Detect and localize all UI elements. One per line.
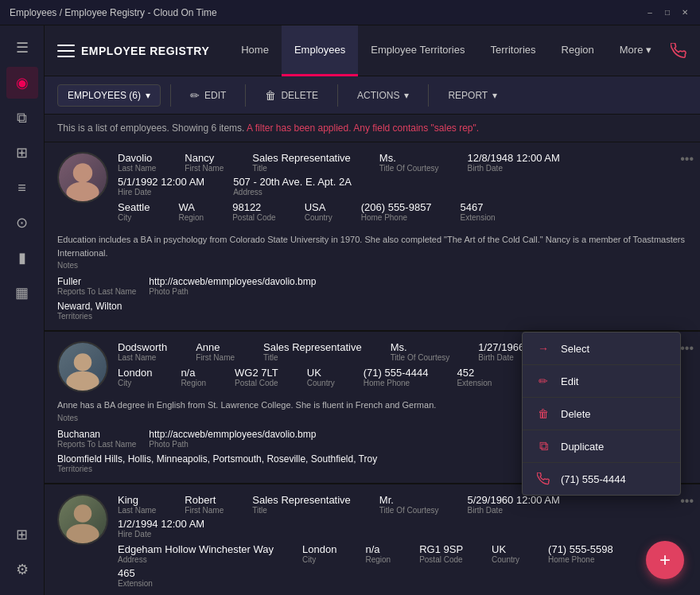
- sidebar-icon-list[interactable]: ≡: [6, 172, 38, 204]
- field-hiredate: 1/2/1994 12:00 AM Hire Date: [118, 518, 204, 539]
- top-nav: EMPLOYEE REGISTRY Home Employees Employe…: [45, 25, 700, 76]
- field-postal: WG2 7LT Postal Code: [235, 367, 278, 387]
- delete-icon: 🗑: [535, 406, 551, 422]
- field-lastname: Davolio Last Name: [118, 152, 156, 173]
- svg-point-4: [73, 163, 92, 182]
- svg-point-7: [66, 371, 99, 392]
- field-postal: 98122 Postal Code: [232, 201, 275, 222]
- field-firstname: Nancy First Name: [185, 152, 224, 173]
- field-hiredate: 5/1/1992 12:00 AM Hire Date: [118, 176, 204, 196]
- more-options-icon[interactable]: •••: [680, 152, 694, 166]
- report-chevron: ▾: [492, 90, 497, 101]
- field-lastname: Dodsworth Last Name: [118, 341, 167, 362]
- edit-button[interactable]: ✏ EDIT: [181, 84, 235, 107]
- field-phone: (206) 555-9857 Home Phone: [361, 201, 432, 222]
- phone-icon-button[interactable]: [664, 37, 693, 65]
- field-country: UK Country: [307, 367, 335, 387]
- toolbar-divider-3: [337, 84, 338, 107]
- context-menu-edit[interactable]: ✏ Edit: [523, 365, 680, 398]
- avatar-placeholder: [59, 154, 107, 201]
- svg-point-9: [66, 523, 99, 544]
- employees-count-chevron: ▾: [146, 90, 150, 101]
- employee-card: Davolio Last Name Nancy First Name Sales…: [45, 142, 700, 332]
- close-button[interactable]: ✕: [679, 7, 690, 18]
- nav-territories[interactable]: Territories: [478, 25, 549, 76]
- delete-button[interactable]: 🗑 DELETE: [255, 84, 328, 107]
- maximize-button[interactable]: □: [662, 7, 673, 18]
- employee-avatar: [57, 341, 108, 392]
- nav-region[interactable]: Region: [549, 25, 607, 76]
- field-birthdate: 12/8/1948 12:00 AM Birth Date: [468, 152, 560, 173]
- sidebar-icon-chart[interactable]: ▮: [6, 242, 38, 274]
- field-photo-path: http://accweb/emmployees/davolio.bmp Pho…: [149, 276, 316, 296]
- delete-label: DELETE: [281, 90, 318, 101]
- employees-count-label: EMPLOYEES (6): [68, 90, 141, 101]
- hamburger-menu[interactable]: [57, 37, 75, 65]
- toolbar-divider-1: [170, 84, 171, 107]
- svg-point-6: [74, 353, 92, 371]
- nav-more[interactable]: More ▾: [607, 25, 664, 76]
- actions-chevron: ▾: [404, 90, 409, 101]
- employee-header: King Last Name Robert First Name Sales R…: [57, 494, 687, 593]
- sidebar-icon-grid-bottom[interactable]: ⊞: [6, 519, 38, 550]
- field-toc: Ms. Title Of Courtesy: [391, 341, 450, 362]
- svg-point-8: [74, 504, 92, 523]
- field-city: London City: [302, 543, 336, 564]
- nav-home[interactable]: Home: [228, 25, 282, 76]
- actions-button[interactable]: ACTIONS ▾: [348, 85, 418, 106]
- context-menu-phone[interactable]: (71) 555-4444: [523, 463, 680, 495]
- employee-card: King Last Name Robert First Name Sales R…: [45, 484, 700, 596]
- field-lastname: King Last Name: [118, 494, 156, 515]
- employee-extra: Fuller Reports To Last Name http://accwe…: [57, 276, 687, 296]
- sidebar-icon-menu[interactable]: ☰: [6, 32, 38, 64]
- edit-label: EDIT: [204, 90, 226, 101]
- field-region: n/a Region: [365, 543, 391, 564]
- context-select-label: Select: [561, 343, 589, 355]
- employee-card: Dodsworth Last Name Anne First Name Sale…: [45, 332, 700, 484]
- field-title: Sales Representative Title: [252, 152, 351, 173]
- context-menu-delete[interactable]: 🗑 Delete: [523, 398, 680, 430]
- field-extension: 465 Extension: [118, 567, 153, 588]
- field-title: Sales Representative Title: [252, 494, 351, 515]
- field-address: Edgeham Hollow Winchester Way Address: [118, 543, 274, 564]
- title-bar: Employees / Employee Registry - Cloud On…: [0, 0, 700, 25]
- field-extension: 5467 Extension: [461, 201, 496, 222]
- minimize-button[interactable]: –: [644, 7, 655, 18]
- more-options-icon[interactable]: •••: [680, 494, 694, 508]
- filter-text: This is a list of employees. Showing 6 i…: [57, 122, 244, 134]
- toolbar: EMPLOYEES (6) ▾ ✏ EDIT 🗑 DELETE ACTIONS …: [45, 76, 700, 115]
- nav-links: Home Employees Employee Territories Terr…: [228, 25, 664, 76]
- field-region: WA Region: [178, 201, 204, 222]
- field-extension: 452 Extension: [457, 367, 492, 387]
- avatar-placeholder: [59, 343, 107, 391]
- filter-bar: This is a list of employees. Showing 6 i…: [45, 115, 700, 142]
- sidebar-icon-map[interactable]: ⊙: [6, 207, 38, 239]
- duplicate-icon: ⧉: [535, 438, 551, 454]
- field-toc: Ms. Title Of Courtesy: [379, 152, 439, 173]
- avatar-placeholder: [59, 496, 107, 543]
- field-firstname: Anne First Name: [196, 341, 235, 362]
- sidebar-icon-layers[interactable]: ⧉: [6, 102, 38, 134]
- report-button[interactable]: REPORT ▾: [438, 85, 507, 106]
- window-controls: – □ ✕: [644, 7, 690, 18]
- add-button[interactable]: +: [646, 541, 684, 579]
- context-delete-label: Delete: [561, 408, 591, 420]
- context-menu-duplicate[interactable]: ⧉ Duplicate: [523, 430, 680, 463]
- sidebar-icon-circle[interactable]: ◉: [6, 67, 38, 99]
- sidebar-icon-settings[interactable]: ⚙: [6, 554, 38, 585]
- sidebar-icon-calendar[interactable]: ▦: [6, 277, 38, 309]
- actions-label: ACTIONS: [357, 90, 399, 101]
- field-photo-path: http://accweb/emmployees/davolio.bmp Pho…: [149, 429, 316, 449]
- more-options-icon[interactable]: •••: [680, 341, 694, 356]
- nav-employees[interactable]: Employees: [282, 25, 358, 76]
- employees-count-button[interactable]: EMPLOYEES (6) ▾: [57, 84, 161, 107]
- field-country: UK Country: [492, 543, 519, 564]
- field-phone: (71) 555-4444 Home Phone: [364, 367, 429, 387]
- field-reports-to: Fuller Reports To Last Name: [57, 276, 136, 296]
- window-title: Employees / Employee Registry - Cloud On…: [10, 7, 644, 18]
- nav-employee-territories[interactable]: Employee Territories: [358, 25, 477, 76]
- sidebar-icon-grid[interactable]: ⊞: [6, 137, 38, 169]
- field-region: n/a Region: [181, 367, 206, 387]
- context-menu-select[interactable]: → Select: [523, 332, 680, 365]
- field-reports-to: Buchanan Reports To Last Name: [57, 429, 136, 449]
